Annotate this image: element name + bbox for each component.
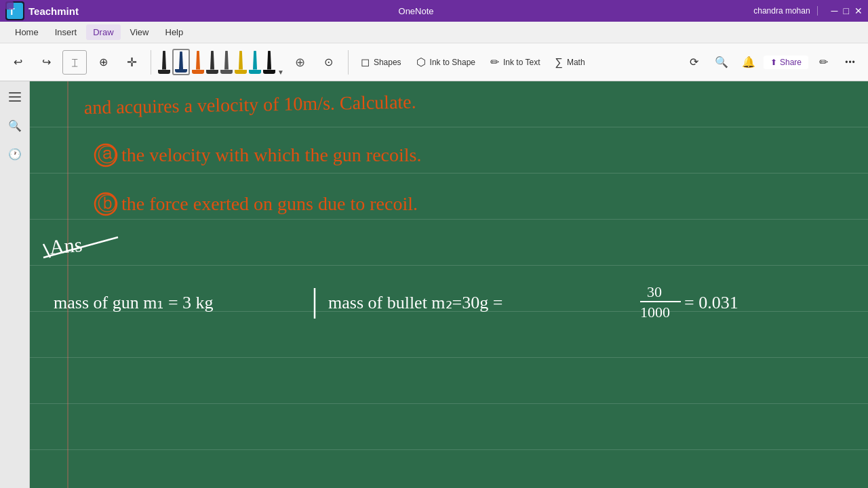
edit-button[interactable]: ✏ [811, 50, 835, 75]
select-button[interactable]: ⌶ [62, 50, 87, 75]
app-title: OneNote [399, 6, 434, 16]
share-label: Share [780, 58, 802, 67]
menu-draw[interactable]: Draw [86, 24, 120, 40]
ink-to-text-label: Ink to Text [503, 58, 540, 67]
window-controls[interactable]: ─ □ ✕ [831, 5, 863, 16]
share-icon: ⬆ [770, 58, 777, 67]
pen-dark[interactable] [206, 51, 218, 74]
menu-home[interactable]: Home [8, 24, 45, 40]
sidebar-search-icon[interactable]: 🔍 [5, 115, 25, 136]
titlebar-separator [817, 6, 818, 16]
sidebar-history-icon[interactable]: 🕐 [5, 144, 25, 164]
notifications-button[interactable]: 🔔 [736, 50, 761, 75]
svg-text:ⓑ  the  force  exerted  on  gu: ⓑ the force exerted on guns due to recoi… [98, 193, 418, 214]
pen-gray[interactable] [220, 51, 233, 74]
ribbon-right: ⟳ 🔍 🔔 ⬆ Share ✏ ••• [682, 50, 863, 75]
separator-1 [151, 50, 151, 75]
sidebar: 🔍 🕐 [0, 81, 30, 488]
math-button[interactable]: ∑ Math [549, 54, 590, 71]
svg-text:30: 30 [647, 283, 662, 300]
maximize-button[interactable]: □ [844, 5, 849, 16]
search-button[interactable]: 🔍 [709, 50, 734, 75]
pen-yellow[interactable] [235, 51, 247, 74]
menu-insert[interactable]: Insert [48, 24, 84, 40]
svg-rect-4 [9, 92, 21, 94]
ink-to-text-button[interactable]: ✏ Ink to Text [485, 53, 545, 71]
svg-rect-3 [5, 1, 14, 9]
pen-dropdown[interactable]: ▼ [277, 49, 284, 76]
add-pen-button[interactable]: ⊕ [288, 50, 313, 75]
shapes-icon: ◻ [361, 56, 370, 68]
svg-text:mass of bullet   m₂=30g =: mass of bullet m₂=30g = [328, 293, 502, 312]
separator-2 [348, 50, 349, 75]
handwritten-svg: and acquires a velocity of 10m/s. Calcul… [30, 81, 868, 488]
svg-rect-6 [9, 100, 21, 102]
more-button[interactable]: ••• [838, 50, 863, 75]
shapes-button[interactable]: ◻ Shapes [355, 53, 407, 71]
lasso-button[interactable]: ⊙ [317, 50, 341, 75]
sync-button[interactable]: ⟳ [682, 50, 707, 75]
add-page-button[interactable]: ✛ [119, 50, 144, 75]
svg-rect-5 [9, 96, 21, 98]
svg-text:1000: 1000 [640, 304, 670, 321]
undo-button[interactable]: ↩ [5, 50, 30, 75]
redo-button[interactable]: ↪ [34, 50, 58, 75]
pen-orange[interactable] [192, 51, 204, 74]
menu-view[interactable]: View [123, 24, 156, 40]
titlebar: T Teachmint OneNote chandra mohan ─ □ ✕ [0, 0, 868, 22]
titlebar-left: T Teachmint [5, 1, 79, 20]
ink-to-shape-label: Ink to Shape [430, 58, 475, 67]
svg-text:ⓐ  the  velocity  with  which : ⓐ the velocity with which the gun recoil… [98, 144, 421, 165]
svg-text:= 0.031: = 0.031 [684, 293, 738, 312]
math-label: Math [567, 58, 585, 67]
math-icon: ∑ [555, 56, 562, 68]
minimize-button[interactable]: ─ [831, 5, 838, 16]
ink-to-shape-icon: ⬡ [416, 56, 426, 68]
titlebar-right: chandra mohan ─ □ ✕ [753, 5, 863, 16]
menu-help[interactable]: Help [159, 24, 191, 40]
canvas-area[interactable]: and acquires a velocity of 10m/s. Calcul… [30, 81, 868, 488]
add-space-button[interactable]: ⊕ [91, 50, 115, 75]
brand-name: Teachmint [28, 5, 79, 17]
pen-teal[interactable] [249, 51, 261, 74]
username: chandra mohan [753, 6, 810, 16]
ink-to-shape-button[interactable]: ⬡ Ink to Shape [411, 53, 481, 71]
close-button[interactable]: ✕ [854, 5, 863, 16]
svg-text:and acquires  a  velocity  of : and acquires a velocity of 10m/s. Calcul… [84, 91, 416, 118]
shapes-label: Shapes [374, 58, 401, 67]
svg-text:mass of gun   m₁ = 3 kg: mass of gun m₁ = 3 kg [54, 293, 214, 312]
sidebar-menu-icon[interactable] [5, 87, 25, 107]
pen-black[interactable] [158, 51, 170, 74]
ribbon: ↩ ↪ ⌶ ⊕ ✛ [0, 43, 868, 81]
menubar: Home Insert Draw View Help [0, 22, 868, 43]
ink-to-text-icon: ✏ [490, 56, 499, 68]
teachmint-logo: T [5, 1, 24, 20]
share-button[interactable]: ⬆ Share [764, 56, 808, 69]
pen-black2[interactable] [263, 51, 275, 74]
pen-dark-blue[interactable] [172, 49, 190, 75]
pen-tools: ▼ [158, 49, 284, 76]
hamburger-icon [9, 92, 21, 102]
